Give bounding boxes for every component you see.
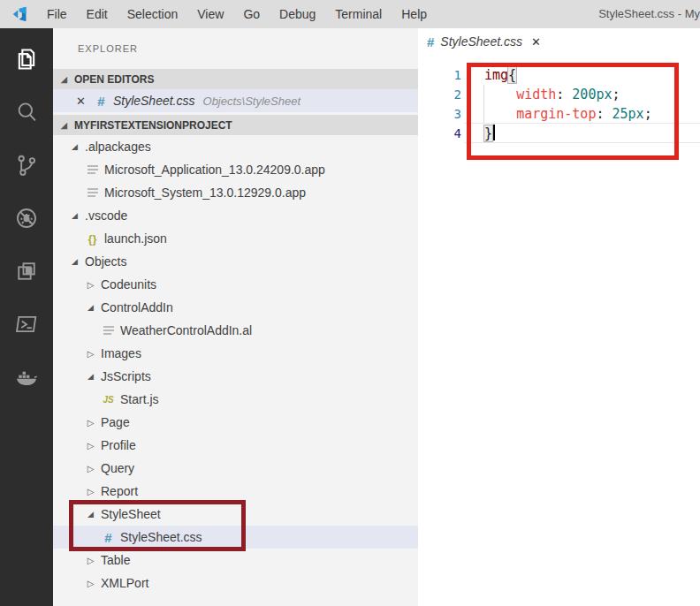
tree-item-label: JsScripts <box>101 369 151 383</box>
chevron-expanded-icon <box>69 257 80 266</box>
token-plain: ; <box>612 87 620 102</box>
chevron-expanded-icon <box>85 510 96 519</box>
menu-item-terminal[interactable]: Terminal <box>325 7 392 21</box>
menu-item-edit[interactable]: Edit <box>77 7 118 21</box>
code-line-3: 3 margin-top: 25px; <box>418 104 700 124</box>
code-line-4: 4} <box>418 124 700 143</box>
tree-item-query[interactable]: Query <box>53 457 418 480</box>
tree-item-start-js[interactable]: JSStart.js <box>53 388 418 411</box>
tree-item-label: Microsoft_System_13.0.12929.0.app <box>104 186 306 200</box>
css-file-icon: # <box>101 530 116 545</box>
explorer-sidebar: EXPLORER OPEN EDITORS ✕#StyleSheet.cssOb… <box>53 28 418 606</box>
tree-item-alpackages[interactable]: .alpackages <box>53 135 418 158</box>
token-plain <box>484 87 516 102</box>
code-line-1: 1img{ <box>418 65 700 85</box>
activity-extensions-button[interactable] <box>0 246 53 299</box>
chevron-expanded-icon <box>58 121 70 130</box>
token-plain: : <box>596 106 612 122</box>
token-plain: ; <box>644 106 652 122</box>
chevron-collapsed-icon <box>85 487 96 496</box>
file-icon <box>85 163 100 176</box>
line-content: width: 200px; <box>461 85 620 104</box>
tree-item-microsoft-application-13-0-24209-0-app[interactable]: Microsoft_Application_13.0.24209.0.app <box>53 158 418 181</box>
tree-item-xmlport[interactable]: XMLPort <box>53 572 418 595</box>
tree-item-label: .vscode <box>85 208 127 223</box>
token-selector: img <box>484 67 508 83</box>
file-icon <box>101 324 116 337</box>
line-content: } <box>461 124 495 143</box>
tree-item-jsscripts[interactable]: JsScripts <box>53 365 418 388</box>
activity-debug-button[interactable] <box>0 193 53 246</box>
menu-items: FileEditSelectionViewGoDebugTerminalHelp <box>37 0 437 28</box>
tree-item-codeunits[interactable]: Codeunits <box>53 273 418 296</box>
menu-item-go[interactable]: Go <box>233 7 270 21</box>
tree-item-label: Images <box>101 346 141 360</box>
token-bracket: } <box>484 125 492 141</box>
tree-item-label: Start.js <box>120 392 159 406</box>
tree-item-microsoft-system-13-0-12929-0-app[interactable]: Microsoft_System_13.0.12929.0.app <box>53 181 418 204</box>
activity-source-control-button[interactable] <box>0 140 53 193</box>
project-header[interactable]: MYFIRSTEXTENSIONPROJECT <box>53 115 418 135</box>
vscode-logo-icon <box>11 4 30 24</box>
chevron-expanded-icon <box>58 75 70 84</box>
tree-item-stylesheet[interactable]: StyleSheet <box>53 503 418 526</box>
activity-explorer-button[interactable] <box>0 34 53 87</box>
chevron-collapsed-icon <box>85 579 96 588</box>
menu-item-debug[interactable]: Debug <box>270 7 325 21</box>
chevron-collapsed-icon <box>85 280 96 290</box>
tree-item-label: Report <box>101 484 138 498</box>
activity-powershell-button[interactable] <box>0 299 53 352</box>
tree-item-label: Codeunits <box>101 277 156 292</box>
json-file-icon: {} <box>85 232 100 246</box>
open-editor-label: StyleSheet.css <box>113 94 195 108</box>
docker-icon <box>14 365 39 393</box>
chevron-collapsed-icon <box>85 349 96 359</box>
tree-item-launch-json[interactable]: {}launch.json <box>53 227 418 250</box>
open-editors-list: ✕#StyleSheet.cssObjects\StyleSheet <box>53 89 418 112</box>
tree-item-label: WeatherControlAddIn.al <box>120 323 252 337</box>
activity-search-button[interactable] <box>0 87 53 140</box>
tree-item-images[interactable]: Images <box>53 342 418 365</box>
chevron-expanded-icon <box>85 303 96 312</box>
tab-stylesheet-css[interactable]: # StyleSheet.css ✕ <box>418 28 552 55</box>
close-icon[interactable]: ✕ <box>531 35 541 49</box>
close-icon[interactable]: ✕ <box>76 95 86 108</box>
code-editor[interactable]: 1img{2 width: 200px;3 margin-top: 25px;4… <box>418 55 700 143</box>
tree-item-label: Profile <box>101 438 136 452</box>
tree-item-profile[interactable]: Profile <box>53 434 418 457</box>
menu-item-selection[interactable]: Selection <box>118 7 188 21</box>
editor-group: # StyleSheet.css ✕ 1img{2 width: 200px;3… <box>418 28 700 606</box>
open-editors-label: OPEN EDITORS <box>74 73 154 86</box>
chevron-collapsed-icon <box>85 441 96 451</box>
tree-item-controladdin[interactable]: ControlAddIn <box>53 296 418 319</box>
menu-item-view[interactable]: View <box>187 7 233 21</box>
file-icon <box>85 186 100 199</box>
tree-item-report[interactable]: Report <box>53 480 418 503</box>
chevron-expanded-icon <box>69 211 80 220</box>
js-file-icon: JS <box>101 395 116 405</box>
extensions-icon <box>14 259 39 287</box>
menu-bar: FileEditSelectionViewGoDebugTerminalHelp… <box>0 0 700 28</box>
debug-disabled-icon <box>14 206 39 234</box>
tree-item-objects[interactable]: Objects <box>53 250 418 273</box>
token-property: margin-top <box>516 106 596 122</box>
css-file-icon: # <box>94 94 109 109</box>
open-editor-stylesheet-css[interactable]: ✕#StyleSheet.cssObjects\StyleSheet <box>53 89 418 112</box>
tree-item-stylesheet-css[interactable]: #StyleSheet.css <box>53 526 418 549</box>
tab-bar: # StyleSheet.css ✕ <box>418 28 700 55</box>
open-editors-header[interactable]: OPEN EDITORS <box>53 69 418 89</box>
tree-item-page[interactable]: Page <box>53 411 418 434</box>
line-number: 2 <box>418 85 461 104</box>
token-value: 200px <box>572 87 612 102</box>
tree-item-weathercontroladdin-al[interactable]: WeatherControlAddIn.al <box>53 319 418 342</box>
tree-item-table[interactable]: Table <box>53 549 418 572</box>
token-plain <box>484 106 516 122</box>
menu-item-help[interactable]: Help <box>392 7 437 21</box>
css-file-icon: # <box>427 34 434 49</box>
menu-item-file[interactable]: File <box>37 7 77 21</box>
tree-item-label: StyleSheet <box>101 507 161 521</box>
code-line-2: 2 width: 200px; <box>418 85 700 104</box>
files-icon <box>14 47 39 75</box>
activity-docker-button[interactable] <box>0 352 53 405</box>
tree-item-vscode[interactable]: .vscode <box>53 204 418 227</box>
